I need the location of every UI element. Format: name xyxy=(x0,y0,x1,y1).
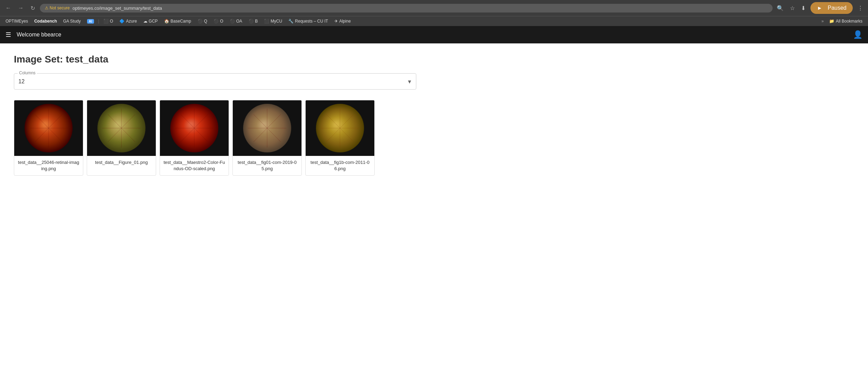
bookmark-basecamp[interactable]: 🏠 BaseCamp xyxy=(161,18,194,25)
bookmark-alpine[interactable]: ✈ Alpine xyxy=(332,18,354,25)
bookmark-github-q[interactable]: ⚫ Q xyxy=(195,18,210,25)
bookmark-mycu[interactable]: ⬛ MyCU xyxy=(261,18,285,25)
image-card[interactable]: test_data__Figure_01.png xyxy=(87,100,156,176)
bookmark-codabench[interactable]: Codabench xyxy=(32,18,60,25)
browser-menu-icon[interactable]: ⋮ xyxy=(856,4,865,12)
fundus-canvas xyxy=(233,100,301,156)
image-filename: test_data__Figure_01.png xyxy=(87,156,156,169)
image-card[interactable]: test_data__fig01-com-2019-05.png xyxy=(232,100,302,176)
search-icon[interactable]: 🔍 xyxy=(775,4,785,12)
address-bar[interactable]: ⚠ Not secure optimeyes.co/image_set_summ… xyxy=(40,4,773,12)
paused-button[interactable]: ▶ Paused xyxy=(810,2,853,14)
image-card[interactable]: test_data__fig1b-com-2011-06.png xyxy=(305,100,375,176)
security-warning: ⚠ Not secure xyxy=(45,6,70,10)
image-filename: test_data__fig01-com-2019-05.png xyxy=(233,156,301,175)
image-thumbnail xyxy=(14,100,83,156)
user-profile-icon[interactable]: 👤 xyxy=(853,30,862,39)
bookmark-optimeyes[interactable]: OPTIMEyes xyxy=(3,18,31,25)
download-icon[interactable]: ⬇ xyxy=(800,4,807,12)
image-thumbnail xyxy=(233,100,301,156)
image-filename: test_data__fig1b-com-2011-06.png xyxy=(306,156,374,175)
bookmark-github-b[interactable]: ⚫ B xyxy=(246,18,261,25)
bookmark-outlook[interactable]: ⬛ O xyxy=(101,18,116,25)
columns-select[interactable]: 12 1 2 3 4 6 8 10 xyxy=(14,74,416,89)
app-title: Welcome bbearce xyxy=(17,32,61,38)
app-header-left: ☰ Welcome bbearce xyxy=(6,31,61,39)
image-filename: test_data__25046-retinal-imaging.png xyxy=(14,156,83,175)
fundus-canvas xyxy=(160,100,229,156)
bookmark-github-oa[interactable]: ⚫ OA xyxy=(227,18,245,25)
bookmark-ga-study[interactable]: GA Study xyxy=(60,18,84,25)
image-filename: test_data__Maestro2-Color-Fundus-OD-scal… xyxy=(160,156,229,175)
fundus-canvas xyxy=(14,100,83,156)
bookmark-azure[interactable]: 🔷 Azure xyxy=(117,18,139,25)
fundus-canvas xyxy=(306,100,374,156)
image-grid: test_data__25046-retinal-imaging.pngtest… xyxy=(14,100,854,176)
bookmark-divider-1: | xyxy=(98,19,99,24)
browser-actions: 🔍 ☆ ⬇ ▶ Paused ⋮ xyxy=(775,2,865,14)
columns-select-wrapper: 12 1 2 3 4 6 8 10 ▾ xyxy=(14,74,416,89)
image-thumbnail xyxy=(87,100,156,156)
url-text: optimeyes.co/image_set_summary/test_data xyxy=(73,6,162,11)
app-header: ☰ Welcome bbearce 👤 xyxy=(0,26,868,43)
back-button[interactable]: ← xyxy=(3,4,13,12)
forward-button[interactable]: → xyxy=(16,4,26,12)
bookmark-github-o[interactable]: ⚫ O xyxy=(211,18,226,25)
image-thumbnail xyxy=(160,100,229,156)
fundus-canvas xyxy=(87,100,156,156)
reload-button[interactable]: ↻ xyxy=(28,4,37,12)
bookmark-star-icon[interactable]: ☆ xyxy=(789,4,796,12)
page-title: Image Set: test_data xyxy=(14,54,854,65)
bookmark-requests-cu-it[interactable]: 🔧 Requests – CU IT xyxy=(286,18,331,25)
bookmarks-bar: OPTIMEyes Codabench GA Study AI | ⬛ O 🔷 … xyxy=(0,16,868,26)
bookmarks-more-button[interactable]: » xyxy=(819,18,826,25)
all-bookmarks-button[interactable]: 📁 All Bookmarks xyxy=(826,18,865,25)
browser-chrome: ← → ↻ ⚠ Not secure optimeyes.co/image_se… xyxy=(0,0,868,16)
hamburger-menu-icon[interactable]: ☰ xyxy=(6,31,11,39)
bookmark-gcp[interactable]: ☁ GCP xyxy=(141,18,161,25)
main-content: Image Set: test_data Columns 12 1 2 3 4 … xyxy=(0,43,868,367)
image-thumbnail xyxy=(306,100,374,156)
bookmark-ai[interactable]: AI xyxy=(84,18,97,25)
avatar: ▶ xyxy=(815,3,824,12)
columns-section: Columns 12 1 2 3 4 6 8 10 ▾ xyxy=(14,73,416,90)
image-card[interactable]: test_data__Maestro2-Color-Fundus-OD-scal… xyxy=(160,100,229,176)
image-card[interactable]: test_data__25046-retinal-imaging.png xyxy=(14,100,83,176)
